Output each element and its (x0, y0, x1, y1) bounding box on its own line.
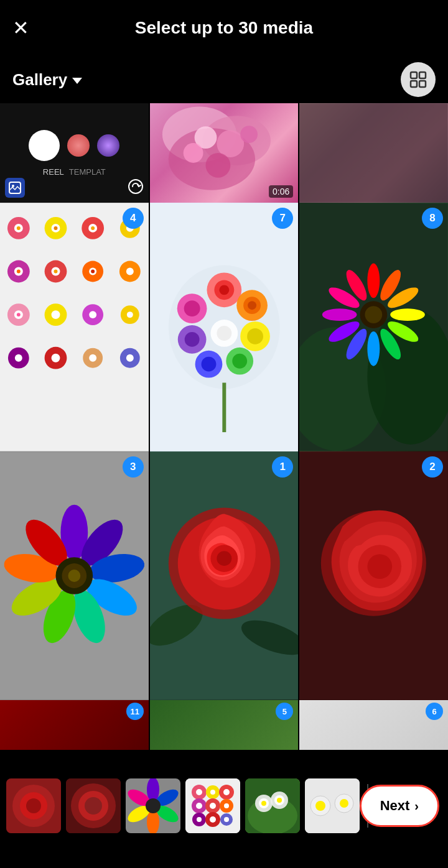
tray-item-4-image (185, 778, 240, 833)
partial-cell-11[interactable]: 11 (0, 700, 149, 750)
rainbow-rose-image (150, 203, 299, 451)
media-grid-row-1: 4 (0, 203, 448, 451)
selection-badge-11: 11 (126, 703, 144, 720)
template-label: TEMPLAT (69, 167, 106, 177)
svg-point-43 (52, 310, 60, 319)
selection-badge-4: 4 (123, 208, 144, 229)
camera-cell[interactable]: REEL TEMPLAT (0, 103, 149, 203)
svg-point-11 (217, 130, 244, 157)
camera-ui: REEL TEMPLAT (29, 130, 119, 177)
tray-item-4[interactable] (185, 778, 240, 833)
svg-point-51 (52, 354, 60, 362)
svg-rect-15 (299, 103, 448, 202)
svg-point-163 (315, 801, 325, 811)
svg-point-121 (26, 798, 41, 813)
svg-point-152 (224, 817, 229, 822)
svg-point-65 (247, 328, 263, 344)
media-grid-row-2: 3 1 2 (0, 451, 448, 700)
media-cell-3[interactable]: 3 (0, 451, 149, 700)
rainbow-cosmos-image (0, 451, 149, 700)
svg-point-73 (184, 300, 200, 316)
red-rose-2-image (299, 451, 448, 700)
tray-item-1-image (6, 778, 61, 833)
media-cell-1[interactable]: 1 (150, 451, 299, 700)
svg-point-138 (210, 790, 215, 795)
svg-point-157 (261, 801, 266, 806)
svg-point-12 (183, 143, 203, 163)
svg-point-80 (368, 264, 380, 298)
svg-point-113 (217, 551, 231, 566)
svg-point-89 (322, 308, 357, 321)
dark-flower-image (299, 103, 448, 203)
svg-point-117 (368, 554, 393, 579)
next-button[interactable]: Next › (360, 785, 439, 827)
svg-point-45 (89, 311, 96, 318)
camera-switch-icon (128, 178, 144, 198)
grid-toggle-button[interactable] (401, 62, 436, 97)
svg-point-53 (89, 354, 96, 362)
gallery-corner-icon (5, 178, 25, 198)
tray-item-6-image (305, 778, 360, 833)
svg-point-30 (17, 270, 21, 274)
partial-grid-row: 11 5 6 (0, 700, 448, 750)
partial-cell-5[interactable]: 5 (150, 700, 299, 750)
selection-badge-2: 2 (422, 456, 443, 478)
svg-point-144 (210, 803, 216, 809)
flower-grid-image (0, 203, 149, 451)
tray-item-3[interactable] (126, 778, 180, 833)
grid-view-icon (409, 71, 427, 88)
selection-badge-6: 6 (426, 703, 443, 720)
selection-badge-8: 8 (422, 208, 443, 229)
svg-point-83 (391, 308, 426, 321)
svg-point-47 (127, 312, 133, 318)
media-cell-dark[interactable] (299, 103, 448, 203)
media-cell-2[interactable]: 2 (299, 451, 448, 700)
media-cell-4[interactable]: 4 (0, 203, 149, 451)
svg-point-136 (196, 789, 202, 795)
svg-rect-1 (419, 72, 426, 78)
svg-point-6 (129, 180, 142, 193)
next-chevron-icon: › (414, 799, 419, 813)
camera-mode-bar: REEL TEMPLAT (43, 167, 106, 177)
svg-point-38 (126, 268, 134, 275)
tray-item-2-image (66, 778, 121, 833)
tray-item-6[interactable] (305, 778, 360, 833)
gallery-dropdown[interactable]: Gallery (12, 70, 82, 90)
svg-point-19 (17, 226, 21, 230)
svg-point-55 (126, 354, 134, 362)
media-cell-pink-flowers[interactable]: 0:06 (150, 103, 299, 203)
tray-item-5[interactable] (245, 778, 300, 833)
reel-label: REEL (43, 167, 64, 177)
video-duration: 0:06 (269, 185, 293, 198)
svg-rect-16 (0, 203, 149, 451)
header: ✕ Select up to 30 media (0, 0, 448, 56)
svg-point-93 (365, 306, 383, 323)
close-button[interactable]: ✕ (12, 18, 29, 38)
camera-row: REEL TEMPLAT 0:06 (0, 103, 448, 203)
svg-point-67 (232, 354, 247, 369)
selection-badge-3: 3 (123, 456, 144, 478)
media-cell-7[interactable]: 7 (150, 203, 299, 451)
svg-point-160 (277, 798, 282, 803)
gallery-bar: Gallery (0, 56, 448, 103)
svg-point-25 (91, 226, 95, 230)
svg-point-13 (240, 126, 258, 143)
svg-point-69 (201, 357, 216, 372)
svg-point-33 (54, 270, 58, 274)
tray-item-2[interactable] (66, 778, 121, 833)
svg-point-106 (68, 570, 80, 582)
svg-point-41 (17, 313, 21, 316)
svg-point-140 (223, 789, 230, 795)
next-button-label: Next (380, 798, 410, 814)
partial-cell-6[interactable]: 6 (299, 700, 448, 750)
media-cell-8[interactable]: 8 (299, 203, 448, 451)
svg-point-71 (184, 332, 199, 347)
selection-tray: Next › (0, 750, 448, 862)
svg-point-133 (146, 798, 161, 813)
svg-rect-0 (411, 72, 417, 78)
svg-point-63 (248, 301, 256, 310)
effects-icon (97, 134, 119, 157)
svg-point-49 (15, 354, 22, 362)
tray-item-3-image (126, 778, 180, 833)
tray-item-1[interactable] (6, 778, 61, 833)
